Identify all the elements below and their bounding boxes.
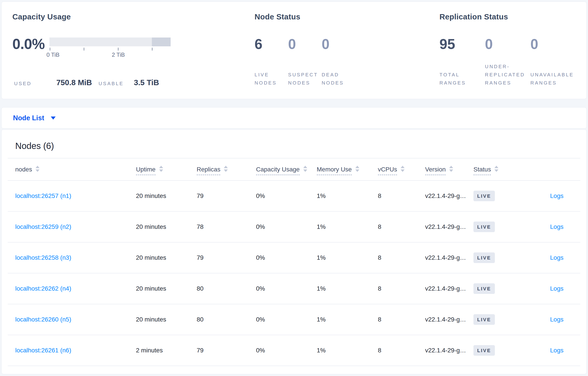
status-badge: LIVE bbox=[473, 191, 495, 201]
logs-link[interactable]: Logs bbox=[550, 316, 564, 323]
usable-value: 3.5 TiB bbox=[134, 78, 159, 87]
version-cell: v22.1.4-29-g… bbox=[425, 242, 473, 273]
axis-tick bbox=[84, 48, 84, 51]
node-link[interactable]: localhost:26258 (n3) bbox=[15, 254, 71, 261]
dead-nodes-value: 0 bbox=[322, 37, 355, 51]
nodes-heading: Nodes (6) bbox=[15, 141, 587, 151]
suspect-nodes-label: SUSPECT NODES bbox=[288, 71, 322, 87]
vcpus-cell: 8 bbox=[378, 242, 425, 273]
sort-icon bbox=[355, 166, 359, 172]
version-cell: v22.1.4-29-g… bbox=[425, 211, 473, 242]
uptime-cell: 20 minutes bbox=[136, 180, 197, 211]
uptime-cell: 20 minutes bbox=[136, 211, 197, 242]
unavailable-ranges-stat: 0 UNAVAILABLE RANGES bbox=[530, 37, 576, 87]
vcpus-cell: 8 bbox=[378, 273, 425, 304]
version-cell: v22.1.4-29-g… bbox=[425, 335, 473, 366]
version-cell: v22.1.4-29-g… bbox=[425, 304, 473, 335]
status-badge: LIVE bbox=[473, 345, 495, 356]
column-header-logs bbox=[545, 158, 580, 180]
vcpus-cell: 8 bbox=[378, 211, 425, 242]
table-row: localhost:26260 (n5) 20 minutes 80 0% 1%… bbox=[8, 304, 580, 335]
nodes-table: nodes Uptime Replicas Capacity Usage Mem… bbox=[8, 158, 580, 366]
status-badge: LIVE bbox=[473, 252, 495, 263]
column-header-replicas[interactable]: Replicas bbox=[197, 158, 256, 180]
memory-cell: 1% bbox=[317, 180, 378, 211]
table-header-row: nodes Uptime Replicas Capacity Usage Mem… bbox=[8, 158, 580, 180]
sort-icon bbox=[224, 166, 228, 172]
uptime-cell: 2 minutes bbox=[136, 335, 197, 366]
table-row: localhost:26257 (n1) 20 minutes 79 0% 1%… bbox=[8, 180, 580, 211]
live-nodes-stat: 6 LIVE NODES bbox=[254, 37, 288, 87]
under-replicated-ranges-value: 0 bbox=[485, 37, 530, 51]
logs-link[interactable]: Logs bbox=[550, 254, 564, 261]
memory-cell: 1% bbox=[317, 211, 378, 242]
sort-icon bbox=[494, 166, 498, 172]
chevron-down-icon bbox=[51, 116, 56, 120]
column-header-memory-use[interactable]: Memory Use bbox=[317, 158, 378, 180]
column-header-capacity-usage[interactable]: Capacity Usage bbox=[256, 158, 317, 180]
capacity-axis-ticks bbox=[49, 47, 171, 51]
replication-status-section: Replication Status 95 TOTAL RANGES 0 UND… bbox=[440, 12, 576, 87]
node-list-selector-bar: Node List bbox=[1, 107, 587, 129]
vcpus-cell: 8 bbox=[378, 304, 425, 335]
axis-tick bbox=[118, 48, 118, 51]
live-nodes-value: 6 bbox=[254, 37, 288, 51]
replicas-cell: 78 bbox=[197, 211, 256, 242]
sort-icon bbox=[159, 166, 163, 172]
logs-link[interactable]: Logs bbox=[550, 192, 564, 199]
axis-tick bbox=[50, 48, 50, 51]
logs-link[interactable]: Logs bbox=[550, 223, 564, 230]
capacity-bar-remainder-segment bbox=[152, 38, 171, 46]
capacity-cell: 0% bbox=[256, 304, 317, 335]
capacity-gauge: 0 TiB 2 TiB bbox=[49, 38, 171, 58]
replicas-cell: 79 bbox=[197, 242, 256, 273]
logs-link[interactable]: Logs bbox=[550, 347, 564, 354]
column-header-nodes[interactable]: nodes bbox=[8, 158, 136, 180]
memory-cell: 1% bbox=[317, 273, 378, 304]
vcpus-cell: 8 bbox=[378, 335, 425, 366]
logs-link[interactable]: Logs bbox=[550, 285, 564, 292]
node-status-title: Node Status bbox=[254, 12, 440, 21]
node-link[interactable]: localhost:26260 (n5) bbox=[15, 316, 71, 323]
node-list-dropdown-label: Node List bbox=[13, 114, 44, 122]
status-badge: LIVE bbox=[473, 221, 495, 232]
replicas-cell: 80 bbox=[197, 273, 256, 304]
sort-icon bbox=[36, 166, 40, 172]
uptime-cell: 20 minutes bbox=[136, 273, 197, 304]
column-header-status[interactable]: Status bbox=[473, 158, 545, 180]
usable-label: USABLE bbox=[99, 81, 124, 86]
total-ranges-value: 95 bbox=[440, 37, 485, 51]
table-row: localhost:26258 (n3) 20 minutes 79 0% 1%… bbox=[8, 242, 580, 273]
replicas-cell: 79 bbox=[197, 180, 256, 211]
column-header-vcpus[interactable]: vCPUs bbox=[378, 158, 425, 180]
column-header-uptime[interactable]: Uptime bbox=[136, 158, 197, 180]
table-row: localhost:26261 (n6) 2 minutes 79 0% 1% … bbox=[8, 335, 580, 366]
node-link[interactable]: localhost:26257 (n1) bbox=[15, 192, 71, 199]
column-header-version[interactable]: Version bbox=[425, 158, 473, 180]
capacity-percent-value: 0.0% bbox=[12, 37, 49, 51]
table-row: localhost:26262 (n4) 20 minutes 80 0% 1%… bbox=[8, 273, 580, 304]
node-status-section: Node Status 6 LIVE NODES 0 SUSPECT NODES… bbox=[254, 12, 440, 87]
sort-icon bbox=[401, 166, 405, 172]
node-list-dropdown[interactable]: Node List bbox=[13, 114, 56, 122]
node-link[interactable]: localhost:26262 (n4) bbox=[15, 285, 71, 292]
capacity-cell: 0% bbox=[256, 335, 317, 366]
node-link[interactable]: localhost:26261 (n6) bbox=[15, 347, 71, 354]
axis-tick bbox=[152, 48, 153, 51]
suspect-nodes-stat: 0 SUSPECT NODES bbox=[288, 37, 322, 87]
version-cell: v22.1.4-29-g… bbox=[425, 273, 473, 304]
capacity-cell: 0% bbox=[256, 180, 317, 211]
dead-nodes-label: DEAD NODES bbox=[322, 71, 355, 87]
capacity-cell: 0% bbox=[256, 211, 317, 242]
status-badge: LIVE bbox=[473, 283, 495, 294]
total-ranges-label: TOTAL RANGES bbox=[440, 71, 485, 87]
under-replicated-ranges-label: UNDER- REPLICATED RANGES bbox=[485, 63, 530, 87]
node-link[interactable]: localhost:26259 (n2) bbox=[15, 223, 71, 230]
status-badge: LIVE bbox=[473, 314, 495, 325]
capacity-usage-section: Capacity Usage 0.0% 0 TiB 2 TiB bbox=[12, 12, 254, 87]
dead-nodes-stat: 0 DEAD NODES bbox=[322, 37, 355, 87]
nodes-table-card: Nodes (6) nodes Uptime Replicas Capacity… bbox=[1, 129, 587, 374]
uptime-cell: 20 minutes bbox=[136, 304, 197, 335]
capacity-bar bbox=[49, 38, 171, 46]
capacity-cell: 0% bbox=[256, 273, 317, 304]
